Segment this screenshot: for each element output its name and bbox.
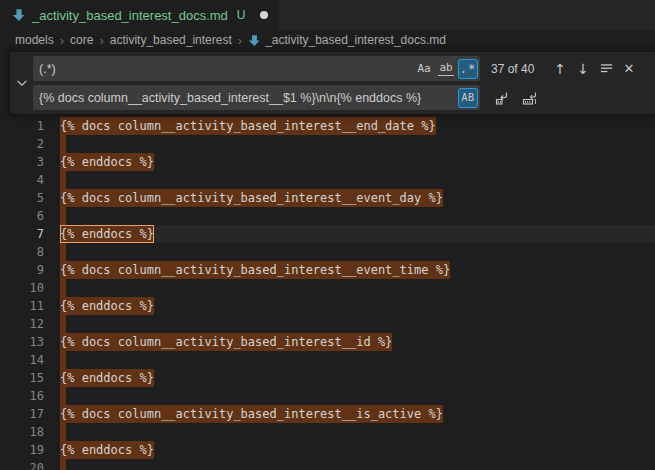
- editor-line-current[interactable]: 7{% enddocs %}: [0, 225, 655, 243]
- breadcrumb-models[interactable]: models: [15, 33, 54, 47]
- find-value: (.*): [39, 62, 412, 76]
- code-area: 1{% docs column__activity_based_interest…: [0, 117, 655, 470]
- line-number: 3: [0, 153, 44, 171]
- previous-match-button[interactable]: ↑: [550, 59, 570, 79]
- search-match: {% enddocs %}: [60, 369, 154, 387]
- find-in-selection-button[interactable]: [596, 59, 616, 79]
- editor-line[interactable]: 20: [0, 459, 655, 470]
- modified-dot-icon[interactable]: [260, 11, 268, 19]
- search-match: {% docs column__activity_based_interest_…: [60, 261, 450, 279]
- match-count: 37 of 40: [491, 62, 547, 76]
- next-match-button[interactable]: ↓: [573, 59, 593, 79]
- tab-filename: _activity_based_interest_docs.md: [32, 8, 228, 23]
- editor-line[interactable]: 13{% docs column__activity_based_interes…: [0, 333, 655, 351]
- search-match-empty: [60, 171, 66, 189]
- search-match-empty: [60, 423, 66, 441]
- breadcrumb-activity-based-interest[interactable]: activity_based_interest: [110, 33, 232, 47]
- editor: (.*) Aa ab .* 37 of 40 ↑ ↓ ✕ {% docs col…: [0, 50, 655, 470]
- replace-row: {% docs column__activity_based_interest_…: [33, 85, 655, 110]
- search-match-empty: [60, 459, 66, 470]
- line-number: 8: [0, 243, 44, 261]
- line-number: 16: [0, 387, 44, 405]
- search-match: {% enddocs %}: [60, 297, 154, 315]
- line-number: 19: [0, 441, 44, 459]
- line-number: 11: [0, 297, 44, 315]
- editor-line[interactable]: 18: [0, 423, 655, 441]
- search-match-empty: [60, 135, 66, 153]
- editor-line[interactable]: 9{% docs column__activity_based_interest…: [0, 261, 655, 279]
- find-replace-widget: (.*) Aa ab .* 37 of 40 ↑ ↓ ✕ {% docs col…: [10, 52, 655, 114]
- find-input[interactable]: (.*) Aa ab .*: [33, 56, 480, 81]
- editor-line[interactable]: 17{% docs column__activity_based_interes…: [0, 405, 655, 423]
- search-match: {% docs column__activity_based_interest_…: [60, 189, 443, 207]
- replace-all-button[interactable]: [520, 88, 540, 108]
- breadcrumb-separator-icon: ›: [99, 34, 103, 47]
- line-number: 6: [0, 207, 44, 225]
- git-untracked-badge: U: [237, 8, 246, 22]
- replace-input[interactable]: {% docs column__activity_based_interest_…: [33, 85, 480, 110]
- whole-word-toggle[interactable]: ab: [436, 59, 456, 79]
- match-case-toggle[interactable]: Aa: [414, 59, 434, 79]
- editor-line[interactable]: 10: [0, 279, 655, 297]
- line-number: 2: [0, 135, 44, 153]
- preserve-case-toggle[interactable]: AB: [458, 88, 478, 108]
- search-match: {% docs column__activity_based_interest_…: [60, 117, 436, 135]
- editor-line[interactable]: 3{% enddocs %}: [0, 153, 655, 171]
- tab-bar: _activity_based_interest_docs.md U: [0, 0, 655, 30]
- line-number: 17: [0, 405, 44, 423]
- editor-line[interactable]: 12: [0, 315, 655, 333]
- search-match: {% enddocs %}: [60, 153, 154, 171]
- editor-line[interactable]: 14: [0, 351, 655, 369]
- markdown-file-icon: [11, 8, 26, 23]
- replace-button[interactable]: [492, 88, 512, 108]
- search-match-empty: [60, 207, 66, 225]
- line-number: 4: [0, 171, 44, 189]
- regex-toggle[interactable]: .*: [458, 59, 478, 79]
- breadcrumb-filename: _activity_based_interest_docs.md: [265, 33, 446, 47]
- line-number: 20: [0, 459, 44, 470]
- search-match-empty: [60, 243, 66, 261]
- editor-line[interactable]: 19{% enddocs %}: [0, 441, 655, 459]
- editor-line[interactable]: 15{% enddocs %}: [0, 369, 655, 387]
- search-match: {% docs column__activity_based_interest_…: [60, 333, 392, 351]
- tab-activity-docs[interactable]: _activity_based_interest_docs.md U: [0, 0, 278, 30]
- line-number: 18: [0, 423, 44, 441]
- search-match-empty: [60, 315, 66, 333]
- line-number: 5: [0, 189, 44, 207]
- line-number: 1: [0, 117, 44, 135]
- replace-value: {% docs column__activity_based_interest_…: [39, 91, 456, 105]
- breadcrumb: models › core › activity_based_interest …: [0, 30, 655, 50]
- editor-line[interactable]: 5{% docs column__activity_based_interest…: [0, 189, 655, 207]
- current-search-match: {% enddocs %}: [60, 225, 154, 243]
- markdown-file-icon: [248, 34, 261, 47]
- editor-line[interactable]: 8: [0, 243, 655, 261]
- line-number: 14: [0, 351, 44, 369]
- line-number: 10: [0, 279, 44, 297]
- breadcrumb-file[interactable]: _activity_based_interest_docs.md: [248, 33, 446, 47]
- line-number: 9: [0, 261, 44, 279]
- search-match: {% enddocs %}: [60, 441, 154, 459]
- breadcrumb-core[interactable]: core: [70, 33, 93, 47]
- editor-line[interactable]: 4: [0, 171, 655, 189]
- search-match: {% docs column__activity_based_interest_…: [60, 405, 443, 423]
- breadcrumb-separator-icon: ›: [60, 34, 64, 47]
- close-find-button[interactable]: ✕: [619, 59, 639, 79]
- search-match-empty: [60, 279, 66, 297]
- search-match-empty: [60, 387, 66, 405]
- editor-line[interactable]: 2: [0, 135, 655, 153]
- toggle-replace-chevron-icon[interactable]: [10, 52, 33, 114]
- line-number: 7: [0, 225, 44, 243]
- editor-line[interactable]: 1{% docs column__activity_based_interest…: [0, 117, 655, 135]
- breadcrumb-separator-icon: ›: [238, 34, 242, 47]
- search-match-empty: [60, 351, 66, 369]
- line-number: 15: [0, 369, 44, 387]
- editor-line[interactable]: 6: [0, 207, 655, 225]
- line-number: 12: [0, 315, 44, 333]
- find-row: (.*) Aa ab .* 37 of 40 ↑ ↓ ✕: [33, 56, 655, 81]
- editor-line[interactable]: 16: [0, 387, 655, 405]
- editor-line[interactable]: 11{% enddocs %}: [0, 297, 655, 315]
- line-number: 13: [0, 333, 44, 351]
